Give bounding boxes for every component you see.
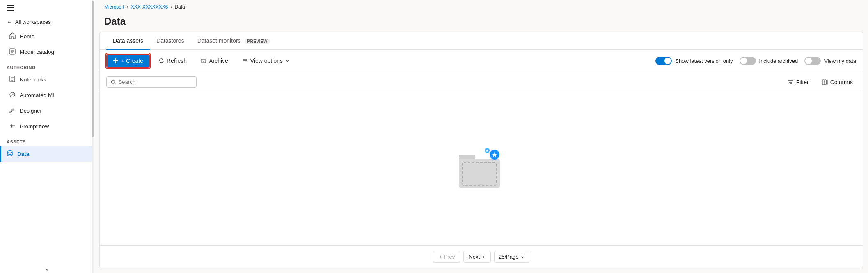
include-archived-toggle-group: Include archived xyxy=(740,57,798,65)
sidebar-item-label: Home xyxy=(20,33,34,39)
search-filter-bar: Filter Columns xyxy=(100,72,863,92)
svg-rect-6 xyxy=(822,80,824,85)
tab-datastores[interactable]: Datastores xyxy=(150,32,191,50)
authoring-section-label: Authoring xyxy=(0,60,94,72)
sidebar-item-designer[interactable]: Designer xyxy=(2,103,92,118)
create-label: + Create xyxy=(121,58,143,64)
refresh-label: Refresh xyxy=(167,58,187,64)
home-icon xyxy=(9,32,16,40)
prev-label: Prev xyxy=(444,254,455,260)
content-area: Data assets Datastores Dataset monitors … xyxy=(99,32,863,268)
archive-label: Archive xyxy=(209,58,228,64)
sidebar-item-automated-ml[interactable]: Automated ML xyxy=(2,88,92,103)
svg-rect-8 xyxy=(827,80,827,85)
data-icon xyxy=(7,150,13,158)
svg-rect-7 xyxy=(824,80,826,85)
breadcrumb-sep1: › xyxy=(127,4,128,10)
archive-button[interactable]: Archive xyxy=(195,55,234,67)
empty-state xyxy=(100,92,863,245)
refresh-button[interactable]: Refresh xyxy=(153,55,192,67)
view-my-data-toggle-group: View my data xyxy=(804,57,856,65)
search-input[interactable] xyxy=(119,79,192,85)
sidebar-item-notebooks[interactable]: Notebooks xyxy=(2,72,92,87)
tab-dataset-monitors[interactable]: Dataset monitors PREVIEW xyxy=(191,32,277,50)
search-box[interactable] xyxy=(106,76,197,88)
search-icon xyxy=(111,79,116,85)
svg-rect-4 xyxy=(201,59,206,60)
sidebar-item-home[interactable]: Home xyxy=(2,29,92,44)
create-button[interactable]: + Create xyxy=(106,54,150,68)
include-archived-toggle[interactable] xyxy=(740,57,756,65)
show-latest-toggle-group: Show latest version only xyxy=(655,57,733,65)
chevron-down-icon xyxy=(285,59,289,63)
svg-point-5 xyxy=(111,80,115,83)
sidebar-item-data[interactable]: Data xyxy=(0,146,92,162)
all-workspaces-label: All workspaces xyxy=(15,19,51,25)
sidebar-nav: Home Model catalog Authoring Notebooks A… xyxy=(0,28,94,273)
sidebar-top xyxy=(0,0,94,16)
model-catalog-icon xyxy=(9,48,16,56)
show-latest-toggle[interactable] xyxy=(655,57,672,65)
breadcrumb-current: Data xyxy=(174,4,185,10)
preview-badge: PREVIEW xyxy=(245,39,270,44)
view-my-data-toggle[interactable] xyxy=(804,57,821,65)
sidebar-scroll-down[interactable] xyxy=(0,266,94,273)
sidebar: ← All workspaces Home Model catalog Auth… xyxy=(0,0,94,273)
sidebar-item-model-catalog[interactable]: Model catalog xyxy=(2,44,92,60)
back-arrow-icon: ← xyxy=(7,19,12,25)
page-title: Data xyxy=(94,14,868,32)
filter-button[interactable]: Filter xyxy=(785,77,812,88)
breadcrumb-org[interactable]: Microsoft xyxy=(104,4,124,10)
next-button[interactable]: Next xyxy=(463,251,491,263)
breadcrumb-workspace[interactable]: XXX-XXXXXXX6 xyxy=(131,4,168,10)
prompt-flow-icon xyxy=(9,123,16,130)
toolbar-right: Show latest version only Include archive… xyxy=(655,57,856,65)
tabs: Data assets Datastores Dataset monitors … xyxy=(100,32,863,50)
next-label: Next xyxy=(469,254,480,260)
assets-section-label: Assets xyxy=(0,134,94,146)
automated-ml-icon xyxy=(9,91,16,99)
include-archived-label: Include archived xyxy=(759,58,798,64)
filter-label: Filter xyxy=(796,79,809,86)
view-options-button[interactable]: View options xyxy=(237,55,295,67)
empty-folder-illustration xyxy=(457,146,506,192)
columns-button[interactable]: Columns xyxy=(819,77,856,88)
sidebar-item-label: Notebooks xyxy=(20,76,46,83)
svg-point-2 xyxy=(10,92,15,97)
chevron-left-icon xyxy=(438,255,442,259)
prev-button[interactable]: Prev xyxy=(433,251,460,263)
chevron-down-icon xyxy=(521,255,525,259)
toolbar: + Create Refresh Archive View options xyxy=(100,50,863,72)
breadcrumb: Microsoft › XXX-XXXXXXX6 › Data xyxy=(94,0,868,14)
page-size-select[interactable]: 25/Page xyxy=(494,251,529,263)
filter-right: Filter Columns xyxy=(785,77,856,88)
notebooks-icon xyxy=(9,76,16,83)
sidebar-item-label: Designer xyxy=(20,108,42,114)
view-options-label: View options xyxy=(250,58,283,64)
main-content: Microsoft › XXX-XXXXXXX6 › Data Data Dat… xyxy=(94,0,868,273)
sidebar-item-label: Prompt flow xyxy=(20,123,49,130)
breadcrumb-sep2: › xyxy=(170,4,172,10)
chevron-right-icon xyxy=(481,255,486,259)
hamburger-icon[interactable] xyxy=(7,5,14,11)
sidebar-item-label: Data xyxy=(17,151,29,157)
pagination: Prev Next 25/Page xyxy=(100,245,863,268)
sidebar-item-label: Automated ML xyxy=(20,92,56,98)
all-workspaces-link[interactable]: ← All workspaces xyxy=(0,16,94,28)
sidebar-item-label: Model catalog xyxy=(20,49,54,55)
designer-icon xyxy=(9,107,16,115)
tab-data-assets[interactable]: Data assets xyxy=(106,32,150,50)
svg-point-3 xyxy=(7,151,12,153)
sidebar-item-prompt-flow[interactable]: Prompt flow xyxy=(2,119,92,134)
page-size-label: 25/Page xyxy=(499,254,518,260)
view-my-data-label: View my data xyxy=(824,58,856,64)
columns-label: Columns xyxy=(830,79,853,86)
show-latest-label: Show latest version only xyxy=(675,58,733,64)
